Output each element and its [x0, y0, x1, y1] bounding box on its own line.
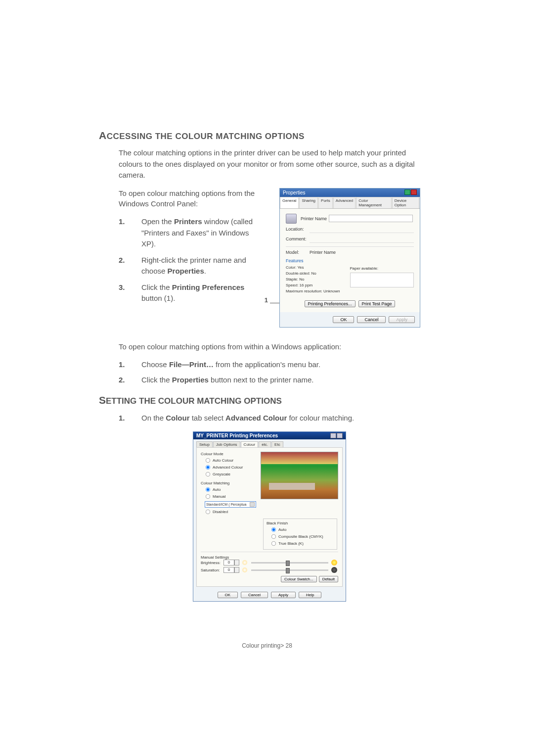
intro-control-panel: To open colour matching options from the… [119, 188, 260, 210]
help-icon [404, 189, 410, 195]
section-heading-setting: SETTING THE COLOUR MATCHING OPTIONS [99, 394, 420, 406]
saturation-value[interactable]: 0 [223, 567, 234, 573]
printer-name-label: Printer Name [301, 216, 327, 221]
colour-swatch-button[interactable]: Colour Swatch... [281, 576, 317, 582]
app-step-1: 1.Choose File—Print… from the applicatio… [119, 359, 420, 371]
tab-sharing: Sharing [299, 197, 318, 208]
location-label: Location: [286, 227, 310, 233]
window-buttons[interactable] [404, 189, 417, 196]
black-finish-label: Black Finish [267, 521, 334, 525]
features-left: Color: Yes Double-sided: No Staple: No S… [286, 265, 350, 294]
intro-application: To open colour matching options from wit… [99, 341, 420, 353]
pref-window-buttons[interactable] [330, 433, 343, 438]
pref-apply-button[interactable]: Apply [271, 592, 296, 598]
location-field[interactable] [310, 227, 414, 233]
brightness-slider[interactable] [251, 562, 328, 564]
printer-icon [286, 214, 297, 224]
brightness-label: Brightness: [201, 561, 223, 565]
tab-etc1: etc. [259, 441, 271, 447]
chevron-down-icon [250, 502, 255, 507]
saturation-spinner[interactable] [234, 567, 239, 573]
pref-tabs[interactable]: Setup Job Options Colour etc. Etc [193, 439, 346, 447]
sun-bright-icon [331, 560, 337, 566]
ok-button[interactable]: OK [333, 316, 354, 323]
opt-advanced-colour[interactable]: Advanced Colour [201, 464, 259, 471]
colour-matching-label: Colour Matching [201, 481, 259, 485]
opt-bf-true[interactable]: True Black (K) [267, 540, 334, 547]
printing-preferences-button[interactable]: Printing Preferences... [305, 300, 356, 307]
model-label: Model: [286, 250, 310, 255]
help-icon [330, 433, 336, 438]
step-2: 2.Right-click the printer name and choos… [119, 255, 260, 277]
pref-cancel-button[interactable]: Cancel [241, 592, 268, 598]
close-icon [337, 433, 343, 438]
page-footer: Colour printing> 28 [0, 642, 534, 649]
tab-advanced: Advanced [333, 197, 356, 208]
printer-name-field[interactable] [329, 215, 413, 222]
tab-setup: Setup [196, 441, 213, 447]
print-test-page-button[interactable]: Print Test Page [358, 300, 396, 307]
dialog-titlebar: Properties [280, 189, 420, 197]
manual-settings-label: Manual Settings [201, 555, 338, 560]
pref-help-button[interactable]: Help [299, 592, 321, 598]
setting-step-1: 1.On the Colour tab select Advanced Colo… [119, 412, 420, 424]
callout-1: 1 [265, 296, 268, 304]
tab-color-mgmt: Color Management [356, 197, 391, 208]
matching-combobox[interactable]: Standard/ICM ( Perceptua [205, 501, 256, 508]
pref-dialog-titlebar: MY_PRINTER Printing Preferences [193, 432, 346, 439]
callout-leader [270, 303, 280, 303]
opt-cm-auto[interactable]: Auto [201, 486, 259, 493]
paper-available-list[interactable] [350, 273, 414, 287]
tab-job-options: Job Options [213, 441, 240, 447]
step-3: 3.Click the Printing Preferences button … [119, 282, 260, 304]
sat-high-icon [331, 567, 337, 573]
intro-paragraph: The colour matching options in the print… [99, 147, 420, 181]
printing-preferences-dialog: MY_PRINTER Printing Preferences Setup Jo… [193, 431, 346, 602]
opt-greyscale[interactable]: Greyscale [201, 471, 259, 478]
features-label: Features [286, 258, 414, 263]
cancel-button[interactable]: Cancel [357, 316, 386, 323]
tab-ports: Ports [318, 197, 333, 208]
properties-dialog: Properties General Sharing Ports Advance… [279, 188, 420, 328]
pref-ok-button[interactable]: OK [218, 592, 238, 598]
saturation-label: Saturation: [201, 568, 223, 572]
opt-bf-auto[interactable]: Auto [267, 526, 334, 533]
opt-cm-manual[interactable]: Manual [201, 493, 259, 500]
brightness-value[interactable]: 0 [223, 560, 234, 566]
app-step-2: 2.Click the Properties button next to th… [119, 375, 420, 386]
opt-auto-colour[interactable]: Auto Colour [201, 457, 259, 464]
sun-dim-icon [242, 560, 247, 565]
saturation-slider[interactable] [251, 569, 328, 571]
brightness-spinner[interactable] [234, 560, 239, 566]
model-value: Printer Name [310, 250, 336, 255]
section-heading-accessing: ACCESSING THE COLOUR MATCHING OPTIONS [99, 130, 420, 142]
colour-mode-label: Colour Mode [201, 452, 259, 456]
sat-low-icon [242, 567, 247, 572]
tab-etc2: Etc [271, 441, 283, 447]
comment-field[interactable] [310, 236, 414, 243]
close-icon [411, 189, 417, 195]
paper-available-label: Paper available: [350, 266, 414, 272]
default-button[interactable]: Default [319, 576, 338, 582]
tab-colour: Colour [241, 441, 259, 447]
comment-label: Comment: [286, 236, 310, 243]
opt-cm-disabled[interactable]: Disabled [201, 509, 259, 516]
tab-device-option: Device Option [392, 197, 419, 208]
apply-button[interactable]: Apply [389, 316, 415, 323]
dialog-tabs[interactable]: General Sharing Ports Advanced Color Man… [280, 197, 420, 209]
step-1: 1.Open the Printers window (called "Prin… [119, 216, 260, 250]
opt-bf-composite[interactable]: Composite Black (CMYK) [267, 533, 334, 540]
colour-preview-image [261, 452, 338, 499]
tab-general: General [280, 197, 299, 208]
